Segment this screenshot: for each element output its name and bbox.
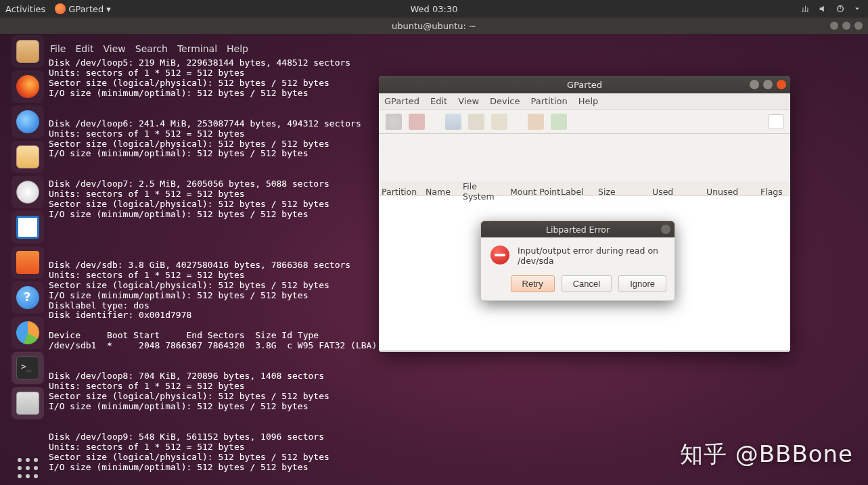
gparted-menubar: GParted Edit View Device Partition Help [379, 93, 790, 110]
error-icon [490, 246, 509, 264]
launcher-thunderbird[interactable] [12, 106, 44, 138]
ignore-button[interactable]: Ignore [618, 275, 666, 292]
gp-menu-device[interactable]: Device [490, 96, 520, 106]
tb-new-icon[interactable] [386, 114, 402, 130]
app-menu-label: GParted [68, 4, 104, 14]
maximize-button[interactable] [842, 22, 850, 30]
launcher-firefox[interactable] [12, 70, 44, 103]
retry-button[interactable]: Retry [511, 275, 555, 292]
tb-undo-icon[interactable] [528, 114, 544, 130]
gp-menu-gparted[interactable]: GParted [384, 96, 419, 106]
app-menu-chevron-icon: ▾ [106, 4, 111, 14]
col-partition[interactable]: Partition [382, 187, 426, 197]
launcher-terminal[interactable] [12, 352, 44, 384]
power-icon[interactable] [836, 4, 845, 14]
tb-apply-icon[interactable] [551, 114, 567, 130]
gparted-title: GParted [567, 80, 602, 90]
error-title: Libparted Error [546, 225, 610, 235]
folder-icon [16, 145, 39, 168]
libparted-error-dialog: Libparted Error Input/output error durin… [480, 221, 675, 301]
col-flags[interactable]: Flags [760, 187, 790, 197]
tb-resize-icon[interactable] [445, 114, 461, 130]
error-titlebar[interactable]: Libparted Error [481, 221, 675, 237]
network-icon[interactable] [800, 4, 810, 14]
writer-icon [16, 216, 39, 239]
activities-button[interactable]: Activities [5, 4, 45, 14]
launcher-writer[interactable] [12, 211, 44, 244]
terminal-titlebar: ubuntu@ubuntu: ~ [0, 18, 868, 34]
col-mount[interactable]: Mount Point [510, 187, 561, 197]
device-selector[interactable] [769, 114, 783, 129]
clock[interactable]: Wed 03:30 [411, 4, 458, 14]
gparted-column-headers: Partition Name File System Mount Point L… [379, 181, 790, 196]
tb-copy-icon[interactable] [468, 114, 484, 130]
gparted-maximize-button[interactable] [763, 80, 773, 89]
gp-menu-edit[interactable]: Edit [430, 96, 447, 106]
system-chevron-icon[interactable] [853, 4, 863, 14]
gparted-window: GParted GParted Edit View Device Partiti… [379, 76, 790, 352]
gparted-statusbar: Confirming /dev/sda [379, 350, 790, 352]
error-close-icon[interactable] [661, 225, 670, 234]
software-center-icon [16, 251, 39, 274]
launcher-drive[interactable] [12, 387, 44, 419]
terminal-menubar: File Edit View Search Terminal Help [47, 41, 868, 58]
gparted-minimize-button[interactable] [750, 80, 759, 89]
menu-help[interactable]: Help [227, 43, 248, 54]
cancel-button[interactable]: Cancel [562, 275, 612, 292]
col-filesystem[interactable]: File System [463, 181, 510, 202]
show-applications-button[interactable] [12, 452, 44, 484]
tb-delete-icon[interactable] [409, 114, 425, 130]
gp-menu-help[interactable]: Help [578, 96, 599, 106]
gparted-close-button[interactable] [777, 80, 786, 89]
gparted-icon [16, 321, 39, 344]
close-button[interactable] [854, 22, 863, 30]
firefox-icon [16, 75, 39, 98]
gparted-toolbar [379, 110, 790, 134]
terminal-icon [16, 356, 39, 379]
minimize-button[interactable] [830, 22, 838, 30]
launcher-files[interactable] [12, 35, 44, 68]
menu-search[interactable]: Search [135, 43, 168, 54]
app-menu[interactable]: GParted ▾ [55, 3, 111, 14]
music-icon [16, 181, 39, 204]
watermark-text: 知乎 @BBBone [680, 439, 853, 470]
launcher-software[interactable] [12, 246, 44, 279]
launcher-gparted[interactable] [12, 317, 44, 349]
col-unused[interactable]: Unused [706, 187, 760, 197]
col-label[interactable]: Label [561, 187, 598, 197]
gparted-indicator-icon [55, 3, 66, 14]
error-message: Input/output error during read on /dev/s… [518, 246, 665, 266]
launcher-filemanager[interactable] [12, 141, 44, 173]
drive-icon [16, 392, 39, 415]
files-icon [16, 40, 39, 63]
menu-edit[interactable]: Edit [75, 43, 93, 54]
gnome-topbar: Activities GParted ▾ Wed 03:30 [0, 0, 868, 18]
volume-icon[interactable] [818, 4, 827, 14]
thunderbird-icon [16, 110, 39, 133]
menu-file[interactable]: File [50, 43, 66, 54]
gp-menu-view[interactable]: View [458, 96, 479, 106]
help-icon [16, 286, 39, 309]
launcher-dock [8, 35, 47, 484]
terminal-title: ubuntu@ubuntu: ~ [392, 21, 476, 31]
gparted-titlebar[interactable]: GParted [379, 76, 790, 93]
gp-menu-partition[interactable]: Partition [531, 96, 568, 106]
launcher-rhythmbox[interactable] [12, 176, 44, 208]
launcher-help[interactable] [12, 281, 44, 314]
tb-paste-icon[interactable] [491, 114, 507, 130]
col-name[interactable]: Name [426, 187, 463, 197]
menu-terminal[interactable]: Terminal [177, 43, 217, 54]
menu-view[interactable]: View [104, 43, 126, 54]
col-used[interactable]: Used [652, 187, 706, 197]
col-size[interactable]: Size [598, 187, 652, 197]
svg-rect-1 [840, 5, 840, 9]
